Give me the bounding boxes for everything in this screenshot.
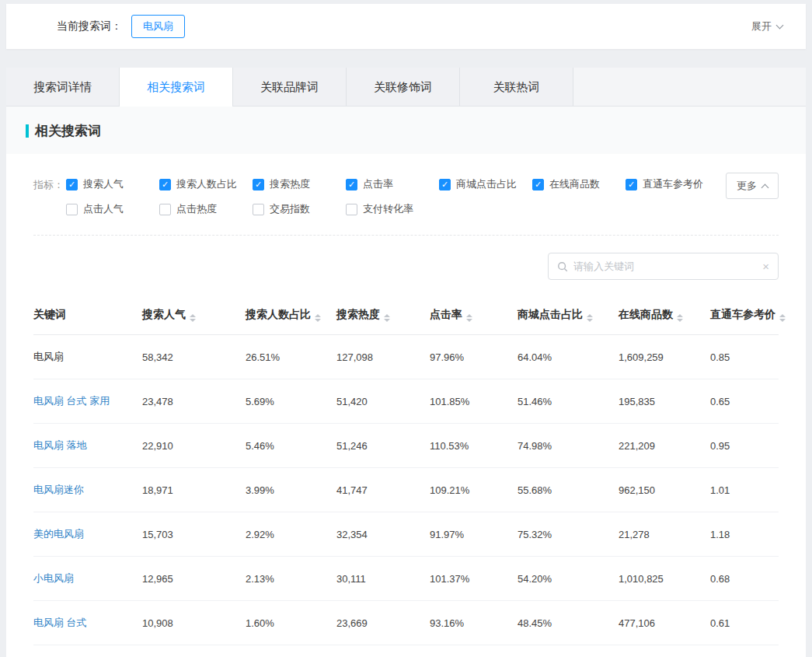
table-row: 小电风扇12,9652.13%30,111101.37%54.20%1,010,… — [33, 557, 779, 601]
checkbox-unchecked-icon[interactable] — [159, 204, 171, 215]
cell-value: 10,908 — [142, 601, 246, 645]
sort-icon[interactable] — [190, 314, 196, 322]
column-header[interactable]: 点击率 — [430, 297, 518, 335]
column-header[interactable]: 在线商品数 — [619, 297, 710, 335]
cell-value: 74.98% — [518, 424, 619, 468]
cell-value: 195,835 — [619, 379, 710, 424]
cell-value: 477,106 — [619, 601, 710, 645]
section-header: 相关搜索词 — [6, 107, 806, 154]
cell-value: 1,010,825 — [619, 557, 710, 601]
metric-checkbox-item[interactable]: ✓直通车参考价 — [626, 177, 719, 191]
cell-value: 962,150 — [619, 468, 710, 512]
table-row: 电风扇58,34226.51%127,09897.96%64.04%1,609,… — [33, 335, 779, 379]
keyword-link[interactable]: 美的电风扇 — [33, 512, 142, 557]
metric-checkbox-item[interactable]: ✓点击率 — [346, 177, 439, 191]
table-row: 电风扇 台式 家用23,4785.69%51,420101.85%51.46%1… — [33, 379, 779, 424]
column-header[interactable]: 搜索热度 — [336, 297, 430, 335]
cell-value: 101.37% — [430, 557, 518, 601]
tab-2[interactable]: 关联品牌词 — [233, 68, 347, 106]
checkbox-unchecked-icon[interactable] — [346, 204, 357, 215]
checkbox-unchecked-icon[interactable] — [253, 204, 264, 215]
metric-checkbox-item[interactable]: 点击人气 — [66, 202, 159, 216]
checkbox-unchecked-icon[interactable] — [66, 204, 78, 215]
column-header[interactable]: 搜索人气 — [142, 297, 246, 335]
expand-label: 展开 — [751, 19, 772, 33]
expand-toggle[interactable]: 展开 — [751, 19, 782, 33]
column-header-label: 直通车参考价 — [710, 308, 775, 320]
chevron-down-icon — [776, 22, 784, 30]
metric-checkbox-item[interactable]: ✓搜索人数占比 — [159, 177, 253, 191]
column-header[interactable]: 搜索人数占比 — [246, 297, 336, 335]
search-input[interactable] — [573, 260, 757, 272]
more-button[interactable]: 更多 — [726, 173, 779, 199]
keyword-link[interactable]: 电风扇 落地 — [33, 424, 142, 468]
keyword-text: 电风扇 — [33, 335, 142, 379]
cell-value: 2.92% — [246, 512, 336, 557]
column-header-label: 关键词 — [33, 308, 66, 320]
column-header: 关键词 — [33, 297, 142, 335]
cell-value: 97.10% — [430, 645, 518, 657]
clear-icon[interactable]: × — [762, 260, 769, 272]
cell-value: 110.53% — [430, 424, 518, 468]
metric-checkbox-item[interactable]: ✓搜索热度 — [253, 177, 346, 191]
metric-label: 搜索人数占比 — [176, 177, 237, 191]
sort-icon[interactable] — [384, 314, 390, 322]
cell-value: 55.68% — [518, 468, 619, 512]
search-box[interactable]: × — [548, 253, 779, 280]
metrics-filter: 指标： ✓搜索人气✓搜索人数占比✓搜索热度✓点击率✓商城点击占比✓在线商品数✓直… — [33, 154, 779, 236]
search-row: × — [6, 236, 806, 295]
metric-label: 商城点击占比 — [456, 177, 517, 191]
sort-icon[interactable] — [779, 314, 786, 322]
keyword-link[interactable]: 电风扇 台式 家用 — [33, 379, 142, 424]
keywords-table: 关键词搜索人气搜索人数占比搜索热度点击率商城点击占比在线商品数直通车参考价 电风… — [33, 297, 779, 657]
sort-icon[interactable] — [315, 314, 321, 322]
current-search-tag[interactable]: 电风扇 — [131, 15, 185, 38]
metric-checkbox-item[interactable]: ✓商城点击占比 — [439, 177, 532, 191]
sort-icon[interactable] — [466, 314, 472, 322]
cell-value: 12,965 — [142, 557, 246, 601]
sort-icon[interactable] — [587, 314, 593, 322]
chevron-up-icon — [761, 183, 769, 191]
cell-value: 51,246 — [336, 424, 430, 468]
column-header[interactable]: 商城点击占比 — [518, 297, 619, 335]
cell-value: 21,278 — [619, 512, 710, 557]
metric-checkbox-item[interactable]: ✓在线商品数 — [532, 177, 626, 191]
metric-checkbox-item[interactable]: 支付转化率 — [346, 202, 439, 216]
keyword-link[interactable]: 电风扇迷你 — [33, 468, 142, 512]
table-row: 电风扇 落地22,9105.46%51,246110.53%74.98%221,… — [33, 424, 779, 468]
cell-value: 0.65 — [710, 379, 779, 424]
checkbox-checked-icon[interactable]: ✓ — [626, 179, 637, 190]
metric-checkbox-item[interactable]: 交易指数 — [253, 202, 346, 216]
current-search-label: 当前搜索词： — [57, 19, 122, 33]
checkbox-checked-icon[interactable]: ✓ — [346, 179, 357, 190]
metric-checkbox-item[interactable]: ✓搜索人气 — [66, 177, 159, 191]
checkbox-checked-icon[interactable]: ✓ — [66, 179, 78, 190]
checkbox-checked-icon[interactable]: ✓ — [439, 179, 451, 190]
sort-icon[interactable] — [677, 314, 683, 322]
cell-value: 58,342 — [142, 335, 246, 379]
keyword-link[interactable]: 电风扇 落地扇 — [33, 645, 142, 657]
cell-value: 127,098 — [336, 335, 430, 379]
tab-4[interactable]: 关联热词 — [460, 68, 573, 106]
column-header-label: 搜索人气 — [142, 308, 186, 320]
metric-checkbox-item[interactable]: 点击热度 — [159, 202, 253, 216]
column-header[interactable]: 直通车参考价 — [710, 297, 779, 335]
checkbox-checked-icon[interactable]: ✓ — [159, 179, 171, 190]
cell-value: 30,111 — [336, 557, 430, 601]
column-header-label: 搜索热度 — [336, 308, 380, 320]
cell-value: 1.59% — [246, 645, 336, 657]
keyword-link[interactable]: 小电风扇 — [33, 557, 142, 601]
keyword-link[interactable]: 电风扇 台式 — [33, 601, 142, 645]
cell-value: 1.18 — [710, 512, 779, 557]
tab-3[interactable]: 关联修饰词 — [347, 68, 460, 106]
cell-value: 51.46% — [518, 379, 619, 424]
tab-1[interactable]: 相关搜索词 — [120, 68, 233, 106]
metric-label: 点击热度 — [176, 202, 217, 216]
cell-value: 23,478 — [142, 379, 246, 424]
tab-0[interactable]: 搜索词详情 — [6, 68, 120, 106]
cell-value: 23,669 — [336, 601, 430, 645]
cell-value: 32,354 — [336, 512, 430, 557]
checkbox-checked-icon[interactable]: ✓ — [532, 179, 544, 190]
checkbox-checked-icon[interactable]: ✓ — [253, 179, 264, 190]
tab-bar: 搜索词详情相关搜索词关联品牌词关联修饰词关联热词 — [6, 68, 806, 107]
